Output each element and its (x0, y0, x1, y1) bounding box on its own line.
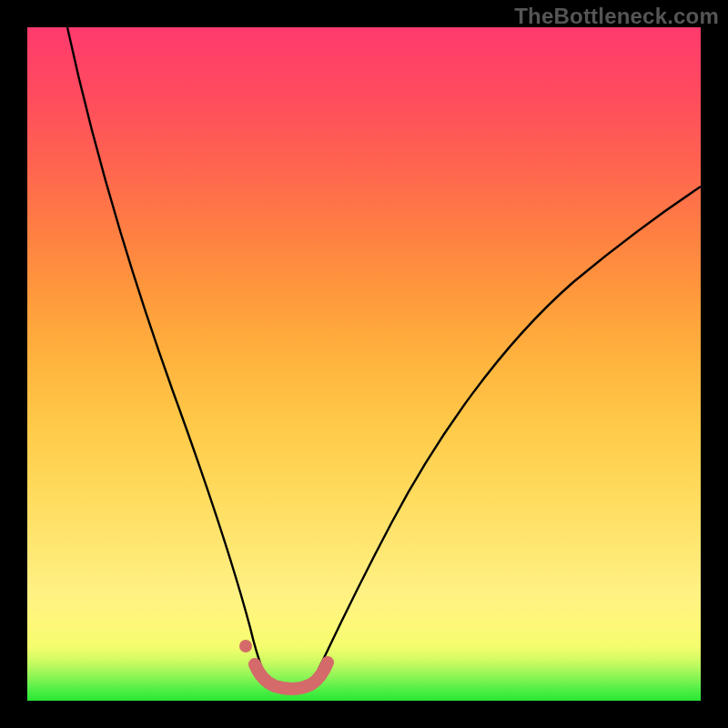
accent-dot (239, 640, 252, 652)
plot-area (27, 27, 701, 701)
watermark-text: TheBottleneck.com (514, 4, 719, 29)
accent-thick-segment (255, 662, 328, 689)
right-branch (314, 187, 701, 679)
curves-svg (27, 27, 701, 701)
chart-frame: TheBottleneck.com (0, 0, 728, 728)
left-branch (67, 27, 266, 679)
